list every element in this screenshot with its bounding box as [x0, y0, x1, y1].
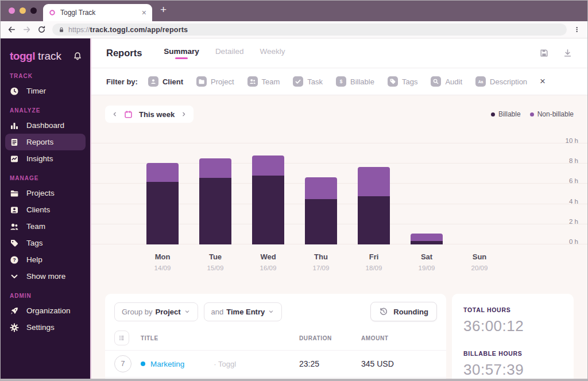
- filter-chips: ClientProjectTeamTask$BillableTagsAuditA…: [148, 76, 527, 87]
- filter-chip-label: Client: [163, 77, 183, 86]
- group-by-dropdown[interactable]: Group by Project: [114, 302, 198, 321]
- filter-chip-billable[interactable]: $Billable: [336, 76, 374, 87]
- bar-sat[interactable]: [411, 234, 443, 244]
- rounding-button[interactable]: Rounding: [370, 302, 437, 321]
- people-icon: [10, 222, 19, 231]
- sidebar-item-label: Projects: [26, 189, 55, 197]
- filter-chip-description[interactable]: AaDescription: [475, 76, 527, 87]
- list-view-icon[interactable]: [114, 331, 129, 345]
- total-hours-value: 36:00:12: [463, 317, 562, 335]
- tab-detailed[interactable]: Detailed: [215, 47, 244, 59]
- bar-mon[interactable]: [146, 163, 179, 244]
- tab-summary[interactable]: Summary: [164, 47, 199, 59]
- bar-segment-non-billable: [146, 163, 179, 182]
- sidebar-item-projects[interactable]: Projects: [5, 185, 86, 201]
- filter-bar: Filter by: ClientProjectTeamTask$Billabl…: [91, 68, 587, 95]
- x-axis-label-thu: Thu17/09: [295, 252, 347, 271]
- y-axis-label: 0 h: [569, 238, 578, 245]
- chevron-down-icon: [10, 272, 19, 281]
- url-text: https://track.toggl.com/app/reports: [68, 26, 188, 34]
- sidebar-item-tags[interactable]: Tags: [5, 235, 86, 251]
- filter-chip-label: Tags: [402, 77, 417, 86]
- sidebar-item-help[interactable]: ?Help: [5, 251, 86, 268]
- window-minimize-button[interactable]: [20, 7, 26, 14]
- sidebar-item-show-more[interactable]: Show more: [5, 268, 86, 285]
- row-title-cell: Marketing· Toggl: [141, 360, 299, 368]
- sidebar-item-organization[interactable]: Organization: [5, 302, 86, 319]
- bar-segment-non-billable: [358, 167, 390, 196]
- bar-segment-billable: [411, 241, 443, 244]
- next-week-icon[interactable]: [181, 111, 187, 117]
- filter-chip-audit[interactable]: Audit: [431, 76, 462, 87]
- bar-slot-thu: [295, 143, 347, 244]
- logo[interactable]: toggl track: [1, 45, 90, 65]
- x-axis-label-fri: Fri18/09: [347, 252, 400, 271]
- bar-slot-wed: [242, 143, 295, 244]
- help-icon: ?: [10, 255, 19, 265]
- bar-segment-billable: [146, 182, 179, 244]
- sidebar-item-clients[interactable]: Clients: [5, 201, 86, 218]
- report-body: This week BillableNon-billable 0 h2 h4 h…: [91, 95, 587, 381]
- filter-by-label: Filter by:: [106, 77, 138, 86]
- reload-icon[interactable]: [37, 25, 46, 34]
- sidebar-item-insights[interactable]: Insights: [5, 150, 86, 167]
- filter-chip-project[interactable]: Project: [196, 76, 234, 87]
- tab-weekly[interactable]: Weekly: [260, 47, 285, 59]
- sidebar-item-label: Show more: [26, 272, 65, 281]
- sidebar-item-team[interactable]: Team: [5, 218, 86, 235]
- subgroup-dropdown[interactable]: and Time Entry: [204, 302, 283, 321]
- bar-segment-billable: [358, 196, 390, 244]
- sidebar-item-timer[interactable]: Timer: [5, 83, 86, 99]
- x-axis-label-wed: Wed16/09: [242, 252, 295, 271]
- filter-chip-client[interactable]: Client: [148, 76, 183, 87]
- browser-menu-icon[interactable]: [573, 26, 581, 33]
- sidebar-item-label: Reports: [26, 138, 53, 146]
- notifications-bell-icon[interactable]: [73, 52, 82, 61]
- tab-close-icon[interactable]: ×: [142, 9, 146, 17]
- browser-tab-strip: Toggl Track × +: [1, 1, 587, 21]
- bar-thu[interactable]: [305, 177, 337, 244]
- save-report-icon[interactable]: [539, 48, 549, 58]
- url-bar[interactable]: https://track.toggl.com/app/reports: [52, 24, 567, 36]
- y-axis-label: 4 h: [569, 198, 578, 205]
- filter-chip-tags[interactable]: Tags: [388, 76, 417, 87]
- window-maximize-button[interactable]: [30, 7, 37, 14]
- filter-chip-team[interactable]: Team: [247, 76, 280, 87]
- filter-chip-task[interactable]: Task: [293, 76, 323, 87]
- bar-slot-fri: [347, 143, 400, 244]
- browser-tab[interactable]: Toggl Track ×: [43, 4, 152, 21]
- back-icon[interactable]: [7, 25, 16, 34]
- check-icon: [293, 76, 303, 87]
- date-row: This week BillableNon-billable: [105, 106, 574, 123]
- x-axis-label-sat: Sat19/09: [400, 252, 453, 271]
- sidebar-item-settings[interactable]: Settings: [5, 319, 86, 336]
- bar-slot-tue: [189, 143, 242, 244]
- insights-icon: [10, 154, 19, 164]
- forward-icon[interactable]: [22, 25, 31, 34]
- download-icon[interactable]: [563, 48, 572, 58]
- date-range-picker[interactable]: This week: [105, 106, 194, 123]
- bar-fri[interactable]: [358, 167, 390, 244]
- sidebar-item-label: Insights: [26, 154, 53, 163]
- clear-filters-icon[interactable]: ×: [540, 76, 546, 87]
- bar-tue[interactable]: [199, 158, 231, 244]
- svg-text:?: ?: [13, 257, 16, 263]
- x-axis-label-sun: Sun20/09: [453, 252, 506, 271]
- new-tab-button[interactable]: +: [160, 3, 167, 16]
- table-row[interactable]: 7Marketing· Toggl23:25345 USD: [105, 350, 446, 377]
- sidebar-item-reports[interactable]: Reports: [5, 134, 86, 150]
- totals-panel: TOTAL HOURS 36:00:12 BILLABLE HOURS 30:5…: [452, 294, 574, 381]
- folder-badge-icon: [196, 76, 207, 87]
- summary-table-card: Group by Project and Time Entry: [105, 294, 446, 381]
- browser-toolbar: https://track.toggl.com/app/reports: [1, 21, 587, 38]
- previous-week-icon[interactable]: [112, 111, 118, 117]
- folder-icon: [10, 189, 19, 198]
- rocket-icon: [10, 306, 19, 316]
- sidebar-item-dashboard[interactable]: Dashboard: [5, 117, 86, 134]
- report-tabs: SummaryDetailedWeekly: [164, 47, 285, 59]
- app-root: toggl track TRACKTimerANALYZEDashboardRe…: [1, 38, 587, 381]
- column-duration: DURATION: [299, 335, 361, 341]
- project-link[interactable]: Marketing: [150, 360, 184, 368]
- window-close-button[interactable]: [9, 7, 15, 14]
- bar-wed[interactable]: [252, 155, 284, 244]
